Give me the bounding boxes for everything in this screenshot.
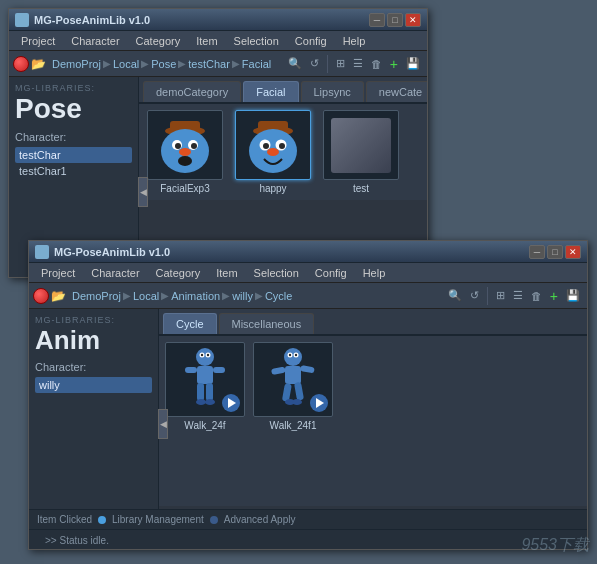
bc-willy-2[interactable]: willy (232, 290, 253, 302)
menu-project-2[interactable]: Project (33, 265, 83, 281)
app-icon-2 (35, 245, 49, 259)
list-btn-1[interactable]: ☰ (350, 56, 366, 71)
add-btn-1[interactable]: + (387, 55, 401, 73)
sidebar-2: MG-LIBRARIES: Anim Character: willy ◀ (29, 309, 159, 509)
gray-placeholder (331, 118, 391, 173)
sep-2 (487, 287, 488, 305)
menu-character-1[interactable]: Character (63, 33, 127, 49)
tab-cycle[interactable]: Cycle (163, 313, 217, 334)
minimize-btn-1[interactable]: ─ (369, 13, 385, 27)
bc-cycle-2[interactable]: Cycle (265, 290, 293, 302)
maximize-btn-2[interactable]: □ (547, 245, 563, 259)
svg-point-21 (207, 353, 209, 355)
item-walk24f1[interactable]: Walk_24f1 (253, 342, 333, 500)
list-btn-2[interactable]: ☰ (510, 288, 526, 303)
char-testchar[interactable]: testChar (15, 147, 132, 163)
window-controls-2: ─ □ ✕ (529, 245, 581, 259)
bc-animation-2[interactable]: Animation (171, 290, 220, 302)
sidebar-toggle-2[interactable]: ◀ (158, 409, 168, 439)
bc-demoproj-2[interactable]: DemoProj (72, 290, 121, 302)
view-btn-1[interactable]: ⊞ (333, 56, 348, 71)
window-controls-1: ─ □ ✕ (369, 13, 421, 27)
menu-category-2[interactable]: Category (148, 265, 209, 281)
del-btn-2[interactable]: 🗑 (528, 289, 545, 303)
watermark: 9553下载 (521, 535, 589, 556)
window-1: MG-PoseAnimLib v1.0 ─ □ ✕ Project Charac… (8, 8, 428, 278)
menu-selection-2[interactable]: Selection (246, 265, 307, 281)
close-btn-2[interactable]: ✕ (565, 245, 581, 259)
save-btn-2[interactable]: 💾 (563, 288, 583, 303)
search-btn-1[interactable]: 🔍 (285, 56, 305, 71)
char-testchar1[interactable]: testChar1 (15, 163, 132, 179)
title-bar-1: MG-PoseAnimLib v1.0 ─ □ ✕ (9, 9, 427, 31)
minimize-btn-2[interactable]: ─ (529, 245, 545, 259)
add-btn-2[interactable]: + (547, 287, 561, 305)
bc-local-1[interactable]: Local (113, 58, 139, 70)
folder-btn-2[interactable]: 📂 (51, 289, 66, 303)
maximize-btn-1[interactable]: □ (387, 13, 403, 27)
char-list-2: willy (35, 377, 152, 393)
bc-facial-1[interactable]: Facial (242, 58, 271, 70)
play-overlay-walk24f1 (310, 394, 328, 412)
items-grid-1: FacialExp3 (139, 104, 427, 200)
bc-testchar-1[interactable]: testChar (188, 58, 230, 70)
folder-btn-1[interactable]: 📂 (31, 57, 46, 71)
bc-local-2[interactable]: Local (133, 290, 159, 302)
menu-config-2[interactable]: Config (307, 265, 355, 281)
menu-project-1[interactable]: Project (13, 33, 63, 49)
menu-category-1[interactable]: Category (128, 33, 189, 49)
toolbar-1: 📂 DemoProj ▶ Local ▶ Pose ▶ testChar ▶ F… (9, 51, 427, 77)
tab-lipsync[interactable]: Lipsync (301, 81, 364, 102)
tab-misc[interactable]: Miscellaneous (219, 313, 315, 334)
item-clicked-label: Item Clicked (37, 514, 92, 525)
content-2: MG-LIBRARIES: Anim Character: willy ◀ Cy… (29, 309, 587, 509)
tab-newcate[interactable]: newCate (366, 81, 427, 102)
breadcrumb-1: DemoProj ▶ Local ▶ Pose ▶ testChar ▶ Fac… (52, 58, 279, 70)
view-btn-2[interactable]: ⊞ (493, 288, 508, 303)
menu-help-2[interactable]: Help (355, 265, 394, 281)
tab-democategory[interactable]: demoCategory (143, 81, 241, 102)
menu-config-1[interactable]: Config (287, 33, 335, 49)
svg-point-6 (191, 143, 197, 149)
search-btn-2[interactable]: 🔍 (445, 288, 465, 303)
bc-demoproj-1[interactable]: DemoProj (52, 58, 101, 70)
title-bar-2: MG-PoseAnimLib v1.0 ─ □ ✕ (29, 241, 587, 263)
svg-point-27 (196, 399, 206, 405)
items-grid-2: Walk_24f (159, 336, 587, 506)
record-btn-2[interactable] (33, 288, 49, 304)
item-happy[interactable]: happy (233, 110, 313, 194)
item-thumb-test (323, 110, 399, 180)
del-btn-1[interactable]: 🗑 (368, 57, 385, 71)
tab-facial[interactable]: Facial (243, 81, 298, 102)
item-test[interactable]: test (321, 110, 401, 194)
refresh-btn-1[interactable]: ↺ (307, 56, 322, 71)
tabs-bar-2: Cycle Miscellaneous (159, 309, 587, 336)
status-row-1: Item Clicked Library Management Advanced… (29, 510, 587, 530)
item-label-walk24f1: Walk_24f1 (270, 420, 317, 431)
svg-point-14 (263, 143, 269, 149)
menu-item-2[interactable]: Item (208, 265, 245, 281)
svg-point-8 (178, 156, 192, 166)
library-mgmt-label: Library Management (112, 514, 204, 525)
sidebar-toggle-1[interactable]: ◀ (138, 177, 148, 207)
item-label-test: test (353, 183, 369, 194)
svg-rect-34 (285, 366, 301, 384)
bc-pose-1[interactable]: Pose (151, 58, 176, 70)
refresh-btn-2[interactable]: ↺ (467, 288, 482, 303)
menu-item-1[interactable]: Item (188, 33, 225, 49)
close-btn-1[interactable]: ✕ (405, 13, 421, 27)
library-mgmt-dot (210, 516, 218, 524)
item-thumb-happy (235, 110, 311, 180)
toolbar-2: 📂 DemoProj ▶ Local ▶ Animation ▶ willy ▶… (29, 283, 587, 309)
char-willy[interactable]: willy (35, 377, 152, 393)
item-label-facialexp3: FacialExp3 (160, 183, 209, 194)
item-walk24f[interactable]: Walk_24f (165, 342, 245, 500)
record-btn-1[interactable] (13, 56, 29, 72)
main-area-2: Cycle Miscellaneous (159, 309, 587, 509)
item-facialexp3[interactable]: FacialExp3 (145, 110, 225, 194)
menu-selection-1[interactable]: Selection (226, 33, 287, 49)
menu-character-2[interactable]: Character (83, 265, 147, 281)
save-btn-1[interactable]: 💾 (403, 56, 423, 71)
menu-help-1[interactable]: Help (335, 33, 374, 49)
svg-point-28 (205, 399, 215, 405)
